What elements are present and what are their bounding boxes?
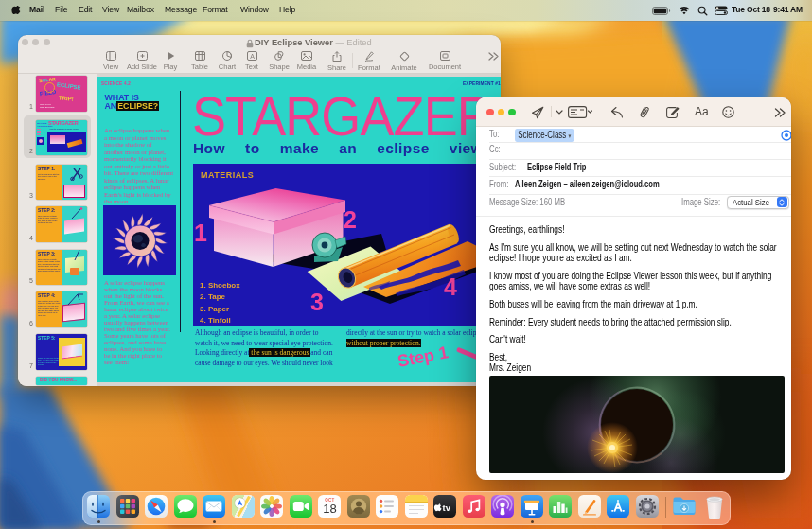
svg-text:4: 4 [444, 273, 457, 300]
svg-text:MATERIALS: MATERIALS [201, 170, 254, 180]
svg-text:tv: tv [443, 503, 451, 513]
svg-text:2: 2 [344, 206, 357, 233]
svg-text:3. Paper: 3. Paper [200, 305, 229, 313]
svg-text:1. Shoebox: 1. Shoebox [200, 281, 240, 290]
svg-text:2. Tape: 2. Tape [200, 292, 226, 301]
svg-text:4. Tinfoil: 4. Tinfoil [200, 316, 231, 325]
svg-text:1: 1 [194, 220, 207, 246]
svg-text:3: 3 [310, 289, 324, 315]
svg-text:A: A [250, 53, 255, 60]
